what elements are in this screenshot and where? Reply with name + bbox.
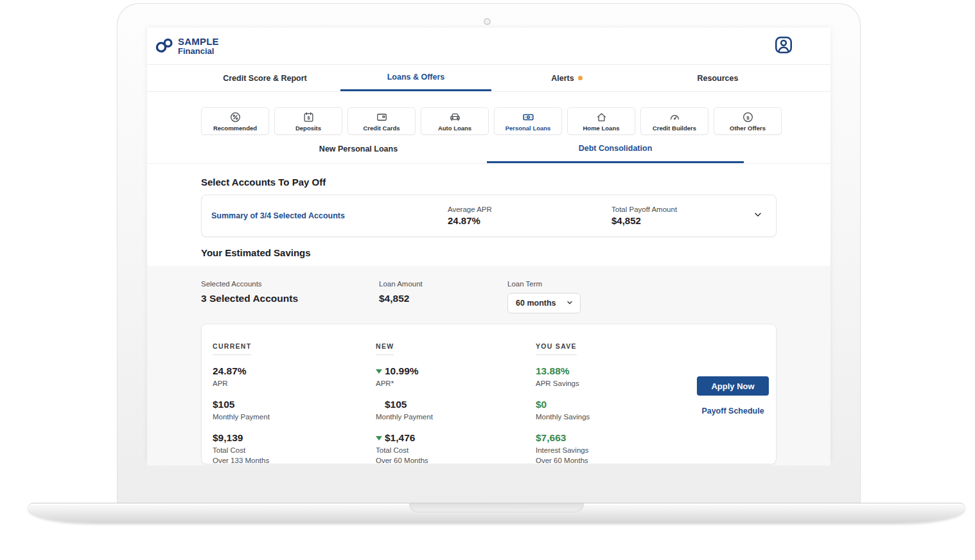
percent-circle-icon [229,111,242,123]
webcam-icon [484,18,491,25]
current-apr: 24.87% APR [213,364,270,389]
average-apr-metric: Average APR 24.87% [448,206,611,226]
personal-loans-subtab-row: New Personal Loans Debt Consolidation [147,135,830,164]
banknote-icon [522,111,534,123]
monthly-savings: $0 Monthly Savings [536,398,590,422]
estimated-savings-panel: Selected Accounts 3 Selected Accounts Lo… [147,266,830,466]
new-apr: 10.99% APR* [376,364,433,389]
chevron-down-icon[interactable] [753,209,763,222]
tab-credit-score-report[interactable]: Credit Score & Report [189,65,340,91]
you-save-column: YOU SAVE 13.88% APR Savings $0 Monthly S… [536,340,590,466]
main-nav: Credit Score & Report Loans & Offers Ale… [147,65,830,92]
house-icon [595,111,608,123]
tab-resources[interactable]: Resources [642,65,793,91]
new-monthly-payment: $105 Monthly Payment [376,398,433,422]
current-column: CURRENT 24.87% APR $105 Monthly Payment … [213,340,270,466]
new-column: NEW 10.99% APR* $105 Monthly Payment [376,340,433,466]
main-nav-tabs: Credit Score & Report Loans & Offers Ale… [189,65,793,91]
decrease-triangle-icon [376,431,385,445]
loan-inputs-row: Selected Accounts 3 Selected Accounts Lo… [201,280,777,313]
category-auto-loans[interactable]: Auto Loans [421,107,489,135]
subtab-new-personal-loans[interactable]: New Personal Loans [230,135,487,163]
category-credit-cards[interactable]: Credit Cards [347,107,416,135]
svg-text:$: $ [746,114,750,120]
tab-loans-offers[interactable]: Loans & Offers [340,65,491,91]
user-avatar-icon [773,35,794,57]
total-payoff-metric: Total Payoff Amount $4,852 [611,206,753,226]
current-monthly-payment: $105 Monthly Payment [213,398,270,422]
brand-name: SAMPLE Financial [178,37,219,55]
infinity-rings-icon [155,37,174,54]
apply-now-button[interactable]: Apply Now [697,376,769,396]
app-header: SAMPLE Financial [147,28,830,65]
laptop-screen-bezel: SAMPLE Financial [117,3,861,503]
loan-term-field: Loan Term 60 months [507,280,581,313]
profile-button[interactable] [773,35,795,57]
tab-alerts[interactable]: Alerts [491,65,642,91]
payoff-schedule-link[interactable]: Payoff Schedule [701,407,764,416]
gauge-icon [669,111,681,123]
subtab-debt-consolidation[interactable]: Debt Consolidation [487,135,744,163]
interest-savings: $7,663 Interest Savings Over 60 Months [536,431,590,466]
page: SAMPLE Financial [0,0,975,560]
category-deposits[interactable]: $ Deposits [274,107,342,135]
selected-accounts-field: Selected Accounts 3 Selected Accounts [201,280,379,313]
chevron-down-icon [566,299,574,308]
loan-term-select[interactable]: 60 months [507,293,581,313]
category-other-offers[interactable]: $ Other Offers [714,107,782,135]
laptop-base-notch [409,503,584,512]
loan-amount-field: Loan Amount $4,852 [379,280,507,313]
payoff-heading: Select Accounts To Pay Off [201,177,777,188]
decrease-triangle-icon [376,364,385,378]
category-credit-builders[interactable]: Credit Builders [640,107,708,135]
credit-card-icon [376,111,388,123]
current-total-cost: $9,139 Total Cost Over 133 Months [213,431,270,466]
alert-badge-dot [578,76,583,80]
category-home-loans[interactable]: Home Loans [567,107,635,135]
payoff-section: Select Accounts To Pay Off Summary of 3/… [147,164,830,258]
new-total-cost: $1,476 Total Cost Over 60 Months [376,431,433,466]
laptop-base [28,503,965,523]
car-icon [449,111,461,123]
accounts-summary-accordion[interactable]: Summary of 3/4 Selected Accounts Average… [201,195,777,237]
apr-savings: 13.88% APR Savings [536,364,590,389]
app-window: SAMPLE Financial [147,28,830,462]
summary-selected-accounts-link[interactable]: Summary of 3/4 Selected Accounts [211,211,448,220]
savings-heading: Your Estimated Savings [201,247,777,258]
savings-comparison-card: CURRENT 24.87% APR $105 Monthly Payment … [201,324,777,464]
loan-category-row: Recommended $ Deposits [147,92,830,135]
dollar-circle-icon: $ [742,111,754,123]
category-recommended[interactable]: Recommended [201,107,269,135]
calendar-dollar-icon: $ [303,111,315,123]
category-personal-loans[interactable]: Personal Loans [494,107,562,135]
cta-column: Apply Now Payoff Schedule [697,376,769,416]
brand-logo: SAMPLE Financial [155,37,219,55]
svg-text:$: $ [307,115,310,121]
